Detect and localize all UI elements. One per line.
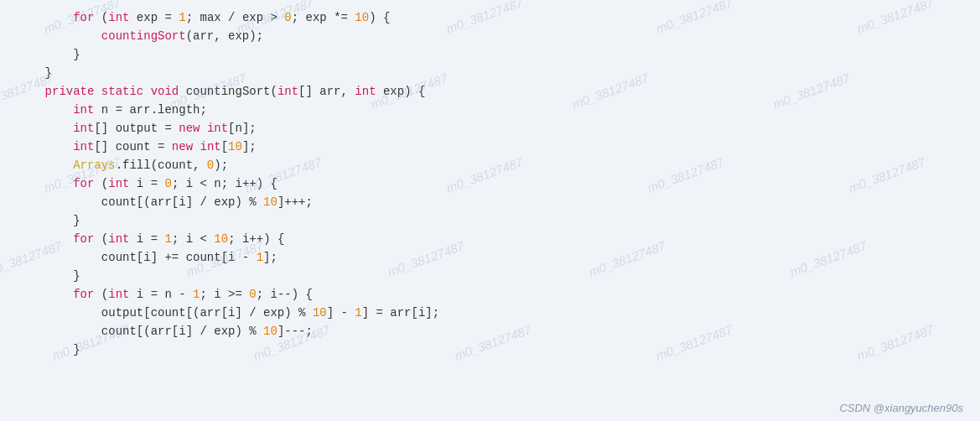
code-line: } (0, 45, 980, 64)
code-line: for (int exp = 1; max / exp > 0; exp *= … (0, 8, 980, 27)
code-line: } (0, 340, 980, 359)
code-line: for (int i = n - 1; i >= 0; i--) { (0, 285, 980, 304)
code-line: Arrays.fill(count, 0); (0, 156, 980, 174)
code-container: for (int exp = 1; max / exp > 0; exp *= … (0, 0, 980, 421)
code-line: for (int i = 0; i < n; i++) { (0, 174, 980, 193)
code-line: } (0, 211, 980, 230)
code-line: count[(arr[i] / exp) % 10]---; (0, 322, 980, 340)
code-line: count[(arr[i] / exp) % 10]+++; (0, 193, 980, 211)
code-line: } (0, 64, 980, 82)
code-line: int n = arr.length; (0, 101, 980, 119)
code-line: private static void countingSort(int[] a… (0, 82, 980, 101)
code-line: for (int i = 1; i < 10; i++) { (0, 230, 980, 248)
code-line: } (0, 267, 980, 285)
code-line: output[count[(arr[i] / exp) % 10] - 1] =… (0, 304, 980, 322)
code-line: countingSort(arr, exp); (0, 27, 980, 45)
code-line: count[i] += count[i - 1]; (0, 248, 980, 267)
code-line: int[] count = new int[10]; (0, 138, 980, 156)
code-line: int[] output = new int[n]; (0, 119, 980, 138)
